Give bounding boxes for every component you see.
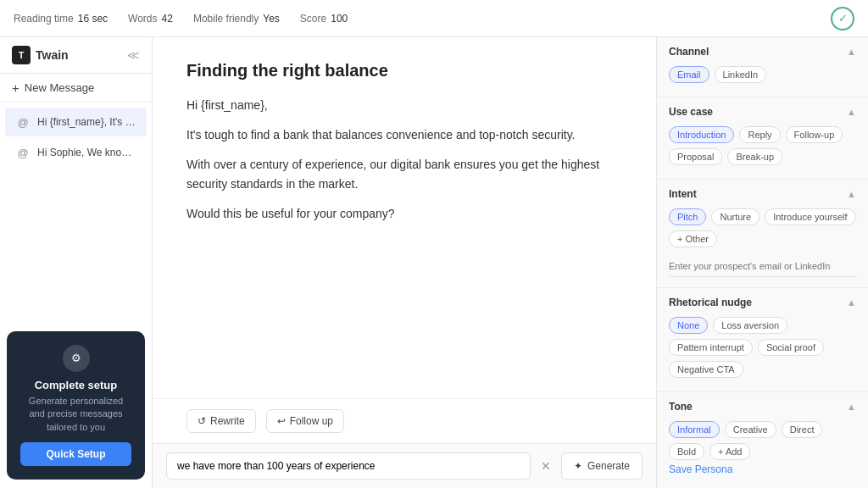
nudge-tag-social[interactable]: Social proof xyxy=(758,339,824,356)
follow-up-icon: ↩ xyxy=(277,415,286,427)
setup-title: Complete setup xyxy=(20,379,131,391)
channel-title: Channel xyxy=(669,46,709,58)
use-case-tag-reply[interactable]: Reply xyxy=(739,126,780,143)
tone-tag-creative[interactable]: Creative xyxy=(725,421,776,438)
reading-time-label: Reading time xyxy=(14,13,74,25)
intent-tag-introduce[interactable]: Introduce yourself xyxy=(765,208,855,225)
rewrite-icon: ↺ xyxy=(198,415,206,427)
editor-bottom: ✕ ✦ Generate xyxy=(153,443,656,488)
use-case-body: Introduction Reply Follow-up Proposal Br… xyxy=(657,123,868,179)
setup-card: ⚙ Complete setup Generate personalized a… xyxy=(7,331,145,480)
channel-section: Channel ▲ Email LinkedIn xyxy=(657,37,868,97)
use-case-header[interactable]: Use case ▲ xyxy=(657,97,868,123)
editor-para-3: Would this be useful for your company? xyxy=(186,204,622,224)
follow-up-button[interactable]: ↩ Follow up xyxy=(266,409,344,433)
use-case-tag-proposal[interactable]: Proposal xyxy=(669,148,722,165)
setup-icon: ⚙ xyxy=(63,345,90,372)
logo-icon: T xyxy=(12,46,31,64)
generate-button[interactable]: ✦ Generate xyxy=(561,452,643,480)
tone-chevron-icon: ▲ xyxy=(847,402,856,412)
channel-tag-linkedin[interactable]: LinkedIn xyxy=(715,66,767,83)
editor-para-2: With over a century of experience, our d… xyxy=(186,155,622,194)
channel-body: Email LinkedIn xyxy=(657,63,868,97)
intent-title: Intent xyxy=(669,188,697,200)
intent-tag-nurture[interactable]: Nurture xyxy=(711,208,760,225)
rhetorical-nudge-header[interactable]: Rhetorical nudge ▲ xyxy=(657,288,868,313)
tone-header[interactable]: Tone ▲ xyxy=(657,392,868,418)
message-icon-1: @ xyxy=(15,145,31,160)
reading-time-stat: Reading time 16 sec xyxy=(14,13,108,25)
clear-input-icon[interactable]: ✕ xyxy=(537,459,554,473)
collapse-icon[interactable]: ≪ xyxy=(127,48,140,62)
tone-tag-bold[interactable]: Bold xyxy=(669,443,704,460)
use-case-tag-followup[interactable]: Follow-up xyxy=(786,126,843,143)
channel-tags: Email LinkedIn xyxy=(669,66,856,83)
editor-actions: ↺ Rewrite ↩ Follow up xyxy=(153,398,656,443)
intent-chevron-icon: ▲ xyxy=(847,189,856,199)
nudge-tag-loss[interactable]: Loss aversion xyxy=(713,317,787,334)
editor-content: Finding the right balance Hi {first_name… xyxy=(153,37,656,398)
generate-icon: ✦ xyxy=(574,460,582,472)
rhetorical-nudge-section: Rhetorical nudge ▲ None Loss aversion Pa… xyxy=(657,288,868,392)
tone-title: Tone xyxy=(669,401,693,413)
new-message-button[interactable]: + New Message xyxy=(0,74,152,103)
new-message-label: New Message xyxy=(25,81,94,94)
main-layout: T Twain ≪ + New Message @ Hi {first_name… xyxy=(0,37,868,488)
intent-prospect-input[interactable] xyxy=(669,256,856,277)
intent-body: Pitch Nurture Introduce yourself + Other xyxy=(657,205,868,287)
mobile-stat: Mobile friendly Yes xyxy=(193,13,280,25)
intent-header[interactable]: Intent ▲ xyxy=(657,180,868,205)
tone-tag-informal[interactable]: Informal xyxy=(669,421,720,438)
use-case-tag-breakup[interactable]: Break-up xyxy=(727,148,782,165)
topbar: Reading time 16 sec Words 42 Mobile frie… xyxy=(0,0,868,37)
reading-time-value: 16 sec xyxy=(78,13,108,25)
mobile-value: Yes xyxy=(263,13,280,25)
tone-tag-direct[interactable]: Direct xyxy=(782,421,823,438)
setup-desc: Generate personalized and precise messag… xyxy=(20,395,131,434)
quick-setup-button[interactable]: Quick Setup xyxy=(20,442,131,466)
channel-header[interactable]: Channel ▲ xyxy=(657,37,868,63)
editor-area: Finding the right balance Hi {first_name… xyxy=(153,37,656,488)
message-icon-0: @ xyxy=(15,114,31,130)
sidebar-item-1[interactable]: @ Hi Sophie, We know wri... xyxy=(5,138,147,167)
tone-body: Informal Creative Direct Bold + Add Save… xyxy=(657,418,868,488)
plus-icon: + xyxy=(12,80,19,95)
intent-tags: Pitch Nurture Introduce yourself + Other xyxy=(669,208,856,247)
words-label: Words xyxy=(128,13,157,25)
intent-tag-other[interactable]: + Other xyxy=(669,230,717,247)
use-case-tag-introduction[interactable]: Introduction xyxy=(669,126,734,143)
tone-tag-add[interactable]: + Add xyxy=(709,443,750,460)
words-value: 42 xyxy=(162,13,173,25)
channel-chevron-icon: ▲ xyxy=(847,47,856,57)
editor-prompt-input[interactable] xyxy=(166,452,531,480)
app-name: Twain xyxy=(36,48,69,62)
rhetorical-nudge-chevron-icon: ▲ xyxy=(847,297,856,308)
editor-para-0: Hi {first_name}, xyxy=(186,96,622,115)
sidebar: T Twain ≪ + New Message @ Hi {first_name… xyxy=(0,37,153,488)
rewrite-button[interactable]: ↺ Rewrite xyxy=(186,409,256,433)
score-label: Score xyxy=(300,13,326,25)
sidebar-item-0[interactable]: @ Hi {first_name}, It's tou... xyxy=(5,108,147,136)
score-stat: Score 100 xyxy=(300,13,348,25)
score-value: 100 xyxy=(331,13,348,25)
editor-title: Finding the right balance xyxy=(186,61,622,80)
right-panel: Channel ▲ Email LinkedIn Use case ▲ Intr… xyxy=(656,37,868,488)
sidebar-header: T Twain ≪ xyxy=(0,37,152,74)
use-case-title: Use case xyxy=(669,106,713,118)
tone-section: Tone ▲ Informal Creative Direct Bold + A… xyxy=(657,392,868,488)
use-case-tags: Introduction Reply Follow-up Proposal Br… xyxy=(669,126,856,165)
nudge-tag-negative[interactable]: Negative CTA xyxy=(669,361,743,378)
nudge-tag-none[interactable]: None xyxy=(669,317,708,334)
sidebar-item-label-0: Hi {first_name}, It's tou... xyxy=(37,116,136,128)
score-check-icon: ✓ xyxy=(831,7,854,30)
nudge-tag-pattern[interactable]: Pattern interrupt xyxy=(669,339,753,356)
mobile-label: Mobile friendly xyxy=(193,13,259,25)
intent-tag-pitch[interactable]: Pitch xyxy=(669,208,706,225)
save-persona-link[interactable]: Save Persona xyxy=(669,463,856,475)
sidebar-logo: T Twain xyxy=(12,46,69,64)
channel-tag-email[interactable]: Email xyxy=(669,66,709,83)
tone-tags: Informal Creative Direct Bold + Add xyxy=(669,421,856,460)
rhetorical-nudge-tags: None Loss aversion Pattern interrupt Soc… xyxy=(669,317,856,378)
intent-section: Intent ▲ Pitch Nurture Introduce yoursel… xyxy=(657,180,868,288)
words-stat: Words 42 xyxy=(128,13,173,25)
